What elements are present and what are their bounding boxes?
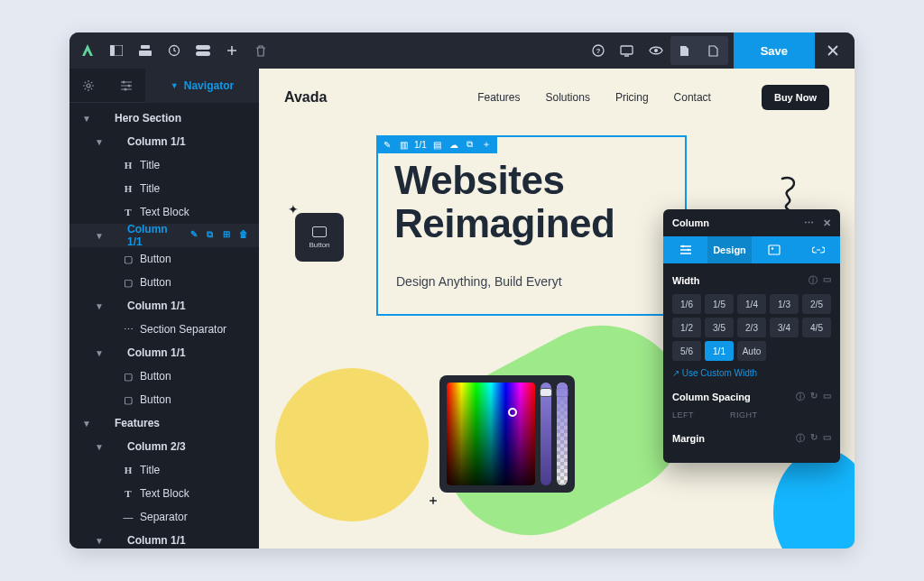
panel-close-icon[interactable]: ✕ — [823, 217, 831, 229]
tree-row[interactable]: ▼Column 2/3 — [69, 435, 259, 458]
hero-subtitle[interactable]: Design Anything, Build Everyt — [396, 274, 562, 289]
spacing-reset-icon[interactable]: ↻ — [810, 391, 818, 403]
spacing-device-icon[interactable]: ▭ — [823, 391, 831, 403]
tree-caret-icon[interactable]: ▼ — [95, 231, 104, 241]
width-option[interactable]: 3/4 — [770, 318, 799, 337]
tree-caret-icon[interactable]: ▼ — [95, 536, 104, 546]
alpha-slider[interactable] — [557, 383, 568, 485]
width-option[interactable]: 1/4 — [737, 294, 766, 314]
layout-icon[interactable] — [131, 36, 160, 65]
nav-solutions[interactable]: Solutions — [546, 91, 590, 104]
tree-row[interactable]: ▢Button — [69, 364, 259, 388]
help-icon[interactable]: ? — [584, 36, 613, 65]
width-option[interactable]: 1/3 — [770, 294, 799, 314]
save-button[interactable]: Save — [734, 32, 815, 69]
row-action-3[interactable]: 🗑 — [239, 229, 252, 242]
spacing-info-icon[interactable]: ⓘ — [796, 391, 805, 403]
tree-item-label: Column 1/1 — [127, 346, 259, 359]
panel-tab-background[interactable] — [752, 236, 796, 263]
margin-device-icon[interactable]: ▭ — [823, 432, 831, 445]
history-icon[interactable] — [160, 36, 189, 65]
nav-contact[interactable]: Contact — [674, 91, 711, 104]
sidebar-tab-navigator[interactable]: ▼ Navigator — [145, 69, 259, 103]
width-option[interactable]: 4/5 — [802, 318, 831, 337]
nav-pricing[interactable]: Pricing — [615, 91, 649, 104]
app-logo-icon[interactable] — [73, 36, 102, 65]
width-option[interactable]: 1/1 — [705, 341, 734, 361]
tree-row[interactable]: HTitle — [69, 153, 259, 177]
tree-row[interactable]: ▢Button — [69, 271, 259, 294]
sel-column-icon[interactable]: ▥ — [398, 139, 409, 150]
hue-slider[interactable] — [541, 383, 551, 485]
svg-point-16 — [687, 249, 689, 252]
tree-row[interactable]: ▢Button — [69, 247, 259, 271]
row-action-1[interactable]: ⧉ — [207, 229, 219, 242]
margin-reset-icon[interactable]: ↻ — [810, 432, 818, 445]
tree-row[interactable]: ▼Hero Section — [69, 106, 259, 130]
preview-eye-icon[interactable] — [642, 36, 670, 65]
sidebar-tab-sliders[interactable] — [107, 69, 145, 103]
trash-icon[interactable] — [246, 36, 275, 65]
width-option[interactable]: 2/5 — [802, 294, 831, 314]
tree-row[interactable]: HTitle — [69, 458, 259, 482]
close-button[interactable] — [815, 32, 851, 69]
panel-tab-design[interactable]: Design — [707, 236, 752, 263]
sel-layout-icon[interactable]: ▤ — [432, 139, 443, 150]
tree-item-icon: ▢ — [122, 371, 134, 383]
tree-caret-icon[interactable]: ▼ — [82, 114, 91, 124]
row-action-0[interactable]: ✎ — [190, 229, 203, 242]
panel-header[interactable]: Column ⋯ ✕ — [663, 209, 840, 236]
sel-add-icon[interactable]: ＋ — [481, 139, 492, 150]
color-picker-cursor[interactable] — [508, 408, 517, 417]
margin-info-icon[interactable]: ⓘ — [796, 432, 805, 445]
nav-features[interactable]: Features — [477, 91, 520, 104]
tree-row[interactable]: TText Block — [69, 482, 259, 505]
custom-width-link[interactable]: ↗ Use Custom Width — [672, 368, 831, 378]
desktop-preview-icon[interactable] — [613, 36, 642, 65]
tree-row[interactable]: HTitle — [69, 177, 259, 200]
color-gradient-area[interactable] — [447, 383, 535, 485]
width-option[interactable]: 1/2 — [672, 318, 701, 337]
tree-row[interactable]: ▢Button — [69, 388, 259, 411]
sel-clone-icon[interactable]: ⧉ — [465, 139, 476, 150]
tree-row[interactable]: ▼Column 1/1 — [69, 130, 259, 153]
tree-row[interactable]: —Separator — [69, 505, 259, 529]
page-outline-icon[interactable] — [699, 36, 728, 65]
button-element-card[interactable]: Button — [295, 213, 344, 262]
width-device-icon[interactable]: ▭ — [823, 274, 831, 287]
panel-more-icon[interactable]: ⋯ — [804, 217, 814, 229]
sidebar-tab-settings[interactable] — [69, 69, 107, 103]
color-picker[interactable] — [439, 375, 575, 493]
tree-caret-icon[interactable]: ▼ — [95, 348, 104, 358]
tree-caret-icon[interactable]: ▼ — [95, 137, 104, 147]
add-icon[interactable] — [217, 36, 246, 65]
width-option[interactable]: Auto — [737, 341, 766, 361]
width-info-icon[interactable]: ⓘ — [808, 274, 818, 287]
tree-caret-icon[interactable]: ▼ — [95, 442, 104, 452]
page-icon[interactable] — [670, 36, 699, 65]
sel-cloud-icon[interactable]: ☁ — [448, 139, 459, 150]
tree-row[interactable]: ▼Column 1/1 — [69, 341, 259, 364]
sidebar-toggle-icon[interactable] — [102, 36, 131, 65]
buy-now-button[interactable]: Buy Now — [762, 85, 829, 110]
row-action-2[interactable]: ⊞ — [223, 229, 236, 242]
panel-tab-link[interactable] — [796, 236, 840, 263]
width-option[interactable]: 5/6 — [672, 341, 701, 361]
tree-row[interactable]: ▼Features — [69, 411, 259, 435]
tree-row[interactable]: ▼Column 1/1 — [69, 294, 259, 318]
panel-tab-general[interactable] — [663, 236, 707, 263]
width-option[interactable]: 3/5 — [705, 318, 734, 337]
width-option[interactable]: 1/5 — [705, 294, 734, 314]
toggle-icon[interactable] — [189, 36, 217, 65]
tree-caret-icon[interactable]: ▼ — [82, 419, 91, 429]
width-option[interactable]: 1/6 — [672, 294, 701, 314]
sel-edit-icon[interactable]: ✎ — [382, 139, 393, 150]
width-option[interactable]: 2/3 — [737, 318, 766, 337]
tree-row[interactable]: ▼Column 1/1 — [69, 529, 259, 549]
hero-title[interactable]: Websites Reimagined — [394, 159, 614, 244]
tree-row[interactable]: TText Block — [69, 200, 259, 224]
tree-caret-icon[interactable]: ▼ — [95, 301, 104, 311]
top-toolbar: ? Save — [69, 32, 855, 69]
tree-row[interactable]: ⋯Section Separator — [69, 318, 259, 341]
tree-row[interactable]: ▼Column 1/1✎⧉⊞🗑 — [69, 224, 259, 247]
